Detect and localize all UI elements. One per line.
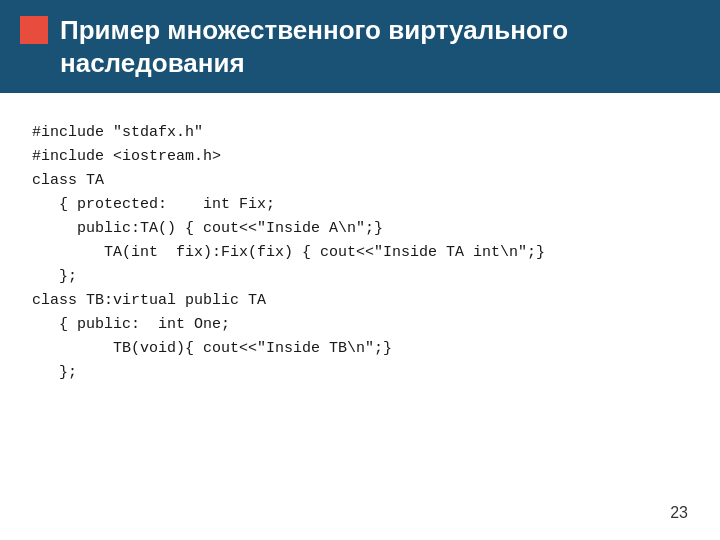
content-area: #include "stdafx.h" #include <iostream.h… — [0, 93, 720, 405]
title-accent-box — [20, 16, 48, 44]
title-bar: Пример множественного виртуального насле… — [0, 0, 720, 93]
page-number: 23 — [670, 504, 688, 522]
slide-title: Пример множественного виртуального насле… — [60, 14, 700, 79]
slide: Пример множественного виртуального насле… — [0, 0, 720, 540]
code-block: #include "stdafx.h" #include <iostream.h… — [32, 121, 688, 385]
